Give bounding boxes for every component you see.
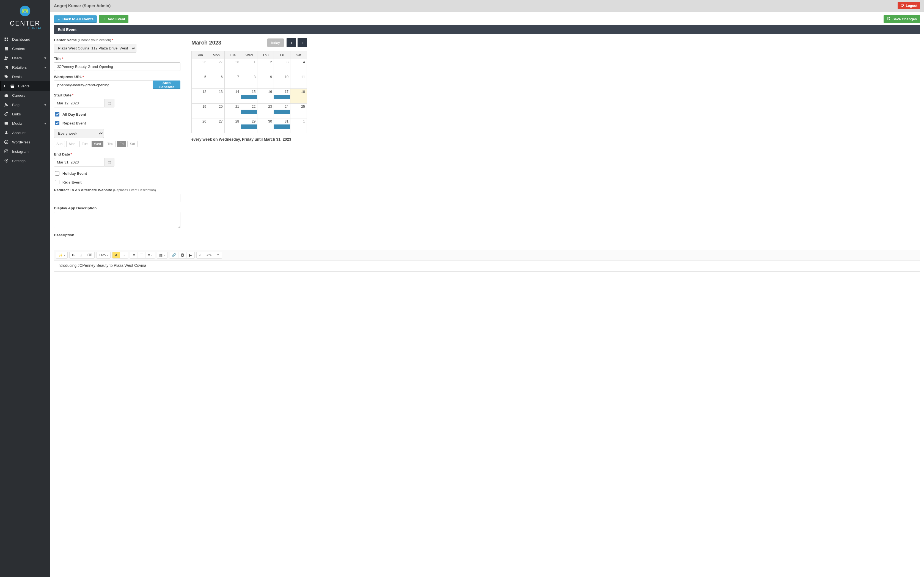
- sidebar-item-settings[interactable]: Settings: [0, 156, 50, 165]
- cal-day[interactable]: 10: [274, 74, 291, 89]
- cal-day[interactable]: 12: [192, 89, 208, 103]
- sidebar-link[interactable]: Account: [0, 128, 50, 137]
- event-bar[interactable]: [274, 124, 290, 129]
- sidebar-item-deals[interactable]: Deals: [0, 72, 50, 81]
- tb-table-button[interactable]: ▦▾: [157, 252, 167, 258]
- sidebar-item-links[interactable]: Links: [0, 110, 50, 119]
- sidebar-link[interactable]: Careers: [0, 91, 50, 100]
- cal-day[interactable]: 9: [257, 74, 274, 89]
- event-bar[interactable]: [274, 110, 290, 114]
- tb-ol-button[interactable]: ☰: [138, 252, 146, 258]
- cal-day[interactable]: 28: [225, 118, 241, 133]
- tb-ul-button[interactable]: ≡: [130, 252, 138, 258]
- redirect-input[interactable]: [54, 194, 180, 202]
- sidebar-item-events[interactable]: Events: [0, 81, 50, 91]
- allday-checkbox[interactable]: [55, 112, 60, 116]
- add-event-button[interactable]: ＋ Add Event: [99, 15, 128, 23]
- next-month-button[interactable]: ›: [297, 38, 307, 47]
- tb-video-button[interactable]: ▶: [187, 252, 194, 258]
- event-bar[interactable]: [274, 95, 290, 99]
- appdesc-textarea[interactable]: [54, 212, 180, 228]
- cal-day[interactable]: 18: [291, 89, 307, 103]
- holiday-checkbox[interactable]: [55, 171, 60, 176]
- sidebar-link[interactable]: Dashboard: [0, 35, 50, 44]
- prev-month-button[interactable]: ‹: [286, 38, 296, 47]
- cal-day[interactable]: 28: [225, 59, 241, 74]
- sidebar-item-blog[interactable]: Blog▾: [0, 100, 50, 110]
- event-bar[interactable]: [241, 124, 257, 129]
- cal-day[interactable]: 26: [192, 118, 208, 133]
- sidebar-item-wordpress[interactable]: WordPress: [0, 137, 50, 147]
- cal-day[interactable]: 7: [225, 74, 241, 89]
- repeat-checkbox[interactable]: [55, 121, 60, 125]
- logout-button[interactable]: Logout: [898, 2, 920, 9]
- tb-image-button[interactable]: 🖼: [178, 252, 187, 258]
- start-date-input[interactable]: [54, 99, 105, 108]
- editor-body[interactable]: Introducing JCPenney Beauty to Plaza Wes…: [54, 261, 920, 271]
- tb-text-color-button[interactable]: A: [113, 252, 120, 258]
- cal-day[interactable]: 22: [241, 103, 257, 118]
- auto-generate-button[interactable]: Auto Generate: [153, 81, 180, 89]
- sidebar-link[interactable]: Settings: [0, 156, 50, 165]
- event-bar[interactable]: [241, 95, 257, 99]
- cal-day[interactable]: 11: [291, 74, 307, 89]
- cal-day[interactable]: 20: [208, 103, 225, 118]
- sidebar-link[interactable]: WordPress: [0, 137, 50, 147]
- calendar-icon[interactable]: [105, 99, 115, 108]
- cal-day[interactable]: 30: [257, 118, 274, 133]
- cal-day[interactable]: 8: [241, 74, 257, 89]
- day-toggle-mon[interactable]: Mon: [66, 141, 78, 147]
- tb-code-button[interactable]: </>: [204, 252, 214, 258]
- cal-day[interactable]: 16: [257, 89, 274, 103]
- sidebar-link[interactable]: Centers: [0, 44, 50, 53]
- cal-day[interactable]: 23: [257, 103, 274, 118]
- cal-day[interactable]: 2: [257, 59, 274, 74]
- tb-text-color-caret[interactable]: ▾: [120, 252, 128, 258]
- kids-checkbox[interactable]: [55, 180, 60, 184]
- cal-day[interactable]: 13: [208, 89, 225, 103]
- cal-day[interactable]: 15: [241, 89, 257, 103]
- sidebar-link[interactable]: Blog▾: [0, 100, 50, 110]
- sidebar-link[interactable]: Links: [0, 110, 50, 119]
- sidebar-link[interactable]: Instagram: [0, 147, 50, 156]
- day-toggle-sat[interactable]: Sat: [127, 141, 137, 147]
- cal-day[interactable]: 1: [241, 59, 257, 74]
- tb-underline-button[interactable]: U: [77, 252, 85, 258]
- save-button[interactable]: Save Changes: [884, 15, 920, 23]
- day-toggle-tue[interactable]: Tue: [79, 141, 90, 147]
- tb-magic-button[interactable]: ✨▾: [56, 252, 67, 258]
- tb-font-button[interactable]: Lato ▾: [97, 252, 110, 258]
- sidebar-item-media[interactable]: Media▾: [0, 119, 50, 128]
- day-toggle-sun[interactable]: Sun: [54, 141, 65, 147]
- day-toggle-fri[interactable]: Fri: [117, 141, 126, 147]
- cal-day[interactable]: 27: [208, 118, 225, 133]
- sidebar-item-instagram[interactable]: Instagram: [0, 147, 50, 156]
- end-date-input[interactable]: [54, 158, 105, 166]
- cal-day[interactable]: 27: [208, 59, 225, 74]
- cal-day[interactable]: 6: [208, 74, 225, 89]
- cal-day[interactable]: 17: [274, 89, 291, 103]
- sidebar-item-users[interactable]: Users▾: [0, 53, 50, 63]
- sidebar-item-retailers[interactable]: Retailers▾: [0, 63, 50, 72]
- center-select[interactable]: Plaza West Covina, 112 Plaza Drive, West…: [54, 44, 136, 53]
- cal-day[interactable]: 4: [291, 59, 307, 74]
- tb-clear-format-button[interactable]: ⌫: [85, 252, 94, 258]
- back-button[interactable]: ← Back to All Events: [54, 15, 97, 23]
- tb-fullscreen-button[interactable]: ⤢: [197, 252, 204, 258]
- sidebar-item-careers[interactable]: Careers: [0, 91, 50, 100]
- tb-link-button[interactable]: 🔗: [170, 252, 178, 258]
- cal-day[interactable]: 3: [274, 59, 291, 74]
- cal-day[interactable]: 29: [241, 118, 257, 133]
- sidebar-item-dashboard[interactable]: Dashboard: [0, 35, 50, 44]
- sidebar-item-account[interactable]: Account: [0, 128, 50, 137]
- cal-day[interactable]: 19: [192, 103, 208, 118]
- wpurl-input[interactable]: [54, 81, 153, 89]
- cal-day[interactable]: 24: [274, 103, 291, 118]
- day-toggle-thu[interactable]: Thu: [105, 141, 116, 147]
- cal-day[interactable]: 21: [225, 103, 241, 118]
- title-input[interactable]: [54, 62, 180, 71]
- sidebar-link[interactable]: Retailers▾: [0, 63, 50, 72]
- tb-bold-button[interactable]: B: [69, 252, 77, 258]
- sidebar-link[interactable]: Events: [0, 81, 50, 91]
- cal-day[interactable]: 25: [291, 103, 307, 118]
